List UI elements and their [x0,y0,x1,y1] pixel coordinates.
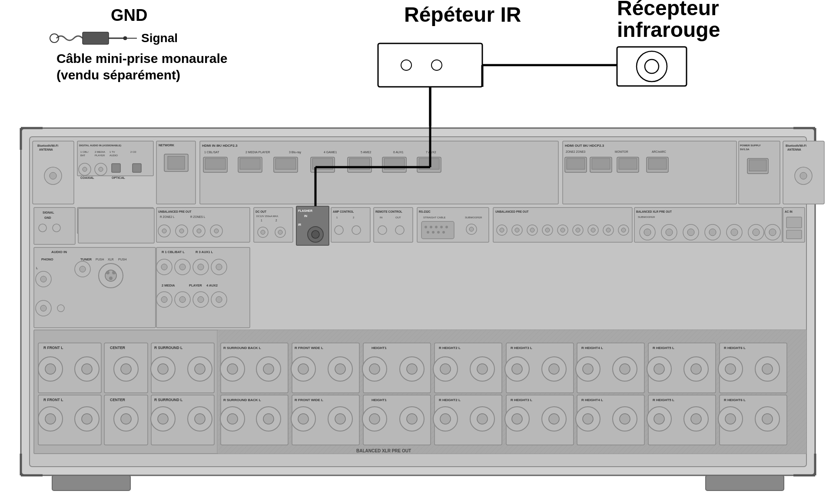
unbal-right-port-6-inner [576,228,580,232]
dc-out-port-2-inner [278,230,282,234]
front-wide-bal-label: R FRONT WIDE L [295,398,323,402]
ac-in-label: AC IN [785,210,793,213]
height3-bal-label: R HEIGHT3 L [511,398,532,402]
monitor-label: MONITOR [615,150,628,153]
bal-in-media-l-inner [179,296,186,303]
height6-bal-label: R HEIGHT6 L [724,398,746,402]
height2-l-bal-inner [477,414,488,424]
height3-l-inner [549,364,559,374]
tv-audio-label: 1 TV [109,151,115,153]
media-player-2-label: 2 MEDIA [95,151,105,153]
center-unbal-inner [121,364,131,374]
gnd-label-panel: GND [44,216,51,219]
ir-in-port-inner [312,231,319,238]
optical-2 [133,164,141,172]
dc-out-2-label: 2 [275,219,277,222]
digital-rca-2-inner [99,167,103,171]
phono-r-inner [40,305,46,311]
height5-r-bal-inner [654,414,664,424]
svg-point-2 [123,36,127,40]
ir-repeater-dot-right [431,60,442,70]
arc-earc-label: ARC/eARC [652,150,666,153]
dc-out-port-1-inner [261,230,265,234]
foot-left [52,475,130,491]
bluetooth-antenna-left-label: Bluetooth/Wi-Fi [37,144,58,147]
digital-rca-1-inner [83,167,87,171]
center-bal-inner [121,414,131,424]
bal-in-cbl-l-inner [179,264,186,270]
bt-antenna-left-inner [50,172,56,179]
front-l-unbal-inner [82,364,92,374]
height2-bal-label: R HEIGHT2 L [439,398,461,402]
bal-in-aux1-label: R 3 AUX1 L [196,250,213,254]
ir-receiver-label-line2: infrarouge [617,18,720,41]
unbal-right-port-2-inner [515,228,519,232]
front-r-bal-inner [45,414,56,424]
cable-desc-line2: (vendu séparément) [56,68,180,82]
unbal-right-port-1-inner [500,228,504,232]
xlr-balanced-port-2-inner [666,229,673,236]
height4-unbal-label: R HEIGHT4 L [581,346,603,350]
hdmi-in-label: HDMI IN 8K/ HDCP2.3 [202,144,238,148]
dc-out-1-label: 1 [261,219,262,222]
balanced-assign-section [78,208,154,243]
media-player-label: PLAYER [95,154,105,157]
gnd-port [53,224,60,232]
hdmi-in-port-3-inner [275,158,296,169]
xlr-balanced-port-1-inner [644,229,651,236]
db9-port [421,221,454,239]
center-bal-label: CENTER [110,398,125,402]
ir-receiver-inner-circle [645,59,659,73]
balanced-xlr-pre-out-bottom-label: BALANCED XLR PRE OUT [356,448,411,453]
height5-r-inner [654,364,664,374]
hdmi-out-label: HDMI OUT 8K/ HDCP2.3 [565,144,604,148]
usb-power-inner [749,160,766,171]
hdmi-port-2-label: 2 MEDIA PLAYER [245,151,270,154]
optical-1 [112,164,120,172]
db9-pin-5 [445,226,448,228]
bal-in-aux2-r-inner [198,296,204,303]
height2-r-bal-inner [440,414,451,424]
hdmi-port-4-label: 4 GAME1 [324,151,337,154]
bal-in-r-label: R 1 CBL/BAT L [162,250,185,254]
surround-back-r-inner [227,364,238,374]
dc-out-label: DC OUT [255,210,266,213]
signal-port [39,224,46,232]
hdmi-port-1-label: 1 CBL/SAT [204,151,219,154]
xlr-balanced-port-6-inner [753,229,760,236]
balanced-xlr-pre-out-label: BALANCED XLR PRE OUT [636,210,672,213]
zone3-pre-label: R ZONES L [190,215,206,218]
surround-back-bal-label: R SURROUND BACK L [223,398,261,402]
network-label: NETWORK [159,144,174,147]
digital-audio-in-label: DIGITAL AUDIO IN (ASSIGNABLE) [79,144,121,147]
height6-l-bal-inner [762,414,773,424]
foot-right [706,475,784,491]
subwoofer-rs-label: SUBWOOFER [465,216,482,219]
bal-in-aux1-l-inner [216,264,222,270]
hdmi-in-port-1-inner [205,158,226,169]
height5-bal-label: R HEIGHT5 L [653,398,674,402]
subwoofer-port-mid-inner [469,227,474,231]
bal-in-cbl-r-inner [161,264,167,270]
ir-repeater-dot-left [401,60,411,70]
height1-unbal-label: HEIGHT1 [372,346,387,350]
unbal-right-port-8-inner [606,228,610,232]
remote-out-label: OUT [395,216,401,219]
height6-l-inner [762,364,773,374]
zone3-l-inner [214,229,219,233]
height4-r-inner [583,364,593,374]
unbal-right-port-5-inner [561,228,565,232]
phono-l-inner [40,276,46,282]
power-supply-label: POWER SUPPLY [740,144,761,147]
hdmi-out-arc-inner [648,158,667,169]
front-wide-r-inner [298,364,309,374]
xlr-pin-2 [112,271,116,274]
push-label-left: PUSH [96,258,104,261]
unbal-right-port-9-inner [621,228,626,232]
cable-desc-line1: Câble mini-prise monaurale [56,51,227,66]
network-section [156,141,196,204]
front-r-unbal-inner [45,364,56,374]
flasher-label: FLASHER [298,209,312,212]
surround-r-unbal-inner [158,364,168,374]
surround-r-bal-inner [158,414,168,424]
